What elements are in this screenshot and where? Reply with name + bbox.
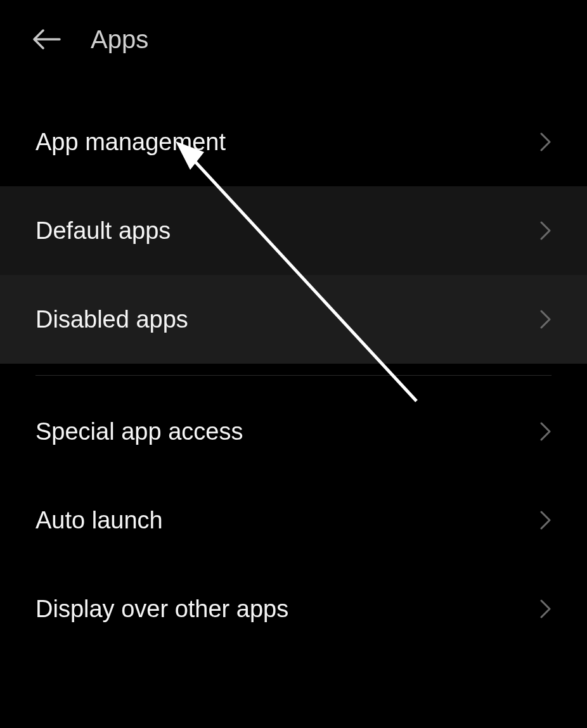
list-item-disabled-apps[interactable]: Disabled apps — [0, 275, 587, 364]
chevron-right-icon — [540, 310, 552, 329]
list-item-display-over-other-apps[interactable]: Display over other apps — [0, 565, 587, 653]
chevron-right-icon — [540, 221, 552, 240]
list-item-label: Disabled apps — [35, 306, 188, 333]
header: Apps — [0, 0, 587, 79]
chevron-right-icon — [540, 132, 552, 151]
list-item-label: Auto launch — [35, 507, 163, 534]
list-item-label: App management — [35, 129, 226, 156]
list-item-auto-launch[interactable]: Auto launch — [0, 476, 587, 565]
divider — [35, 375, 552, 376]
chevron-right-icon — [540, 511, 552, 530]
list-item-special-app-access[interactable]: Special app access — [0, 387, 587, 476]
list-item-label: Default apps — [35, 217, 171, 245]
list-item-default-apps[interactable]: Default apps — [0, 186, 587, 275]
list-item-app-management[interactable]: App management — [0, 98, 587, 186]
back-arrow-icon — [33, 29, 61, 49]
back-button[interactable] — [32, 24, 62, 54]
list-item-label: Display over other apps — [35, 596, 288, 623]
list-item-label: Special app access — [35, 418, 243, 445]
chevron-right-icon — [540, 599, 552, 618]
chevron-right-icon — [540, 422, 552, 441]
page-title: Apps — [91, 25, 148, 54]
settings-list: App management Default apps Disabled app… — [0, 79, 587, 653]
